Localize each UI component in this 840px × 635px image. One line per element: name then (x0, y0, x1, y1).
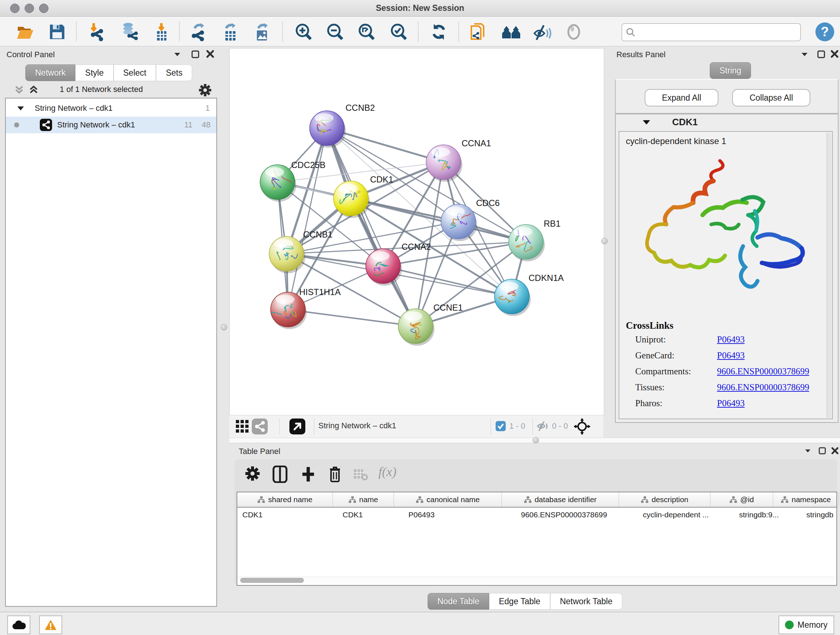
table-cell[interactable]: cyclin-dependent ... (638, 508, 734, 522)
table-cell[interactable]: P06493 (403, 508, 516, 522)
show-all-eye-icon[interactable] (564, 22, 583, 41)
table-panel-float-icon[interactable] (818, 447, 826, 455)
tab-sets[interactable]: Sets (156, 65, 192, 81)
save-session-icon[interactable] (48, 22, 66, 41)
collapse-all-button[interactable]: Collapse All (732, 89, 810, 106)
left-splitter-grip[interactable] (221, 324, 227, 331)
network-options-gear-icon[interactable] (198, 83, 212, 97)
table-panel-close-icon[interactable] (831, 447, 839, 455)
open-in-window-icon[interactable] (289, 418, 305, 434)
import-table-icon[interactable] (152, 22, 171, 41)
network-row[interactable]: String Network – cdk1 11 48 (6, 117, 216, 133)
table-row[interactable]: CDK1CDK1P064939606.ENSP00000378699cyclin… (237, 508, 836, 522)
control-panel-menu-icon[interactable] (173, 51, 182, 58)
search-input[interactable] (635, 25, 800, 40)
column-header-namespace[interactable]: namespace (773, 492, 839, 507)
network-edge[interactable] (351, 198, 526, 242)
open-session-icon[interactable] (16, 22, 35, 41)
cloud-button[interactable] (7, 616, 30, 634)
table-cell[interactable]: 9606.ENSP00000378699 (516, 508, 638, 522)
hide-selected-eye-icon[interactable] (533, 22, 552, 41)
zoom-fit-icon[interactable] (357, 22, 376, 41)
network-collection-row[interactable]: String Network – cdk1 1 (6, 100, 216, 117)
fit-selected-crosshair-icon[interactable] (574, 418, 591, 435)
export-network-icon[interactable] (189, 22, 208, 41)
warning-icon (44, 619, 57, 631)
table-horizontal-scrollbar[interactable] (238, 577, 834, 584)
search-field[interactable] (622, 23, 801, 41)
control-panel-close-icon[interactable] (205, 49, 215, 59)
expand-all-button[interactable]: Expand All (645, 89, 718, 106)
zoom-out-icon[interactable] (326, 22, 345, 41)
column-header-database-identifier[interactable]: database identifier (502, 492, 619, 507)
column-header-shared-name[interactable]: shared name (237, 492, 333, 507)
protein-header-row[interactable]: CDK1 (616, 114, 838, 130)
delete-column-trash-icon[interactable] (328, 466, 342, 483)
string-share-icon[interactable] (252, 418, 268, 434)
results-panel-close-icon[interactable] (830, 49, 839, 59)
collection-expand-icon[interactable] (17, 105, 25, 111)
create-column-plus-icon[interactable] (300, 466, 316, 483)
tab-string[interactable]: String (710, 62, 751, 79)
export-table-icon[interactable] (221, 22, 240, 41)
column-header-canonical-name[interactable]: canonical name (394, 492, 502, 507)
zoom-in-icon[interactable] (294, 22, 313, 41)
show-columns-icon[interactable] (272, 466, 288, 483)
network-node-CDKN1A[interactable]: CDKN1A (494, 273, 564, 316)
column-header-@id[interactable]: @id (711, 492, 773, 507)
memory-button[interactable]: Memory (778, 616, 834, 634)
horizontal-splitter[interactable] (229, 438, 840, 443)
table-cell[interactable]: stringdb:9... (734, 508, 801, 522)
crosslink-link[interactable]: P06493 (717, 398, 745, 409)
tab-style[interactable]: Style (75, 65, 113, 81)
hidden-count: 0 - 0 (552, 421, 568, 431)
horizontal-splitter-grip[interactable] (532, 437, 539, 443)
column-header-name[interactable]: name (333, 492, 394, 507)
collapse-section-icon[interactable] (642, 119, 651, 126)
share-document-icon[interactable] (469, 22, 488, 41)
scrollbar-thumb[interactable] (240, 578, 304, 583)
table-panel-menu-icon[interactable] (804, 448, 812, 454)
import-network-database-icon[interactable] (119, 22, 138, 41)
control-panel-float-icon[interactable] (191, 50, 200, 59)
export-image-icon[interactable] (253, 22, 271, 41)
import-network-icon[interactable] (88, 22, 107, 41)
network-canvas[interactable]: CCNB2CCNA1CDC25BCDK1CDC6RB1CCNB1CCNA2CDK… (229, 48, 604, 415)
node-label-CCNB2: CCNB2 (346, 103, 375, 112)
warning-button[interactable] (39, 616, 62, 634)
column-header-description[interactable]: description (619, 492, 711, 507)
network-edge[interactable] (288, 310, 416, 326)
help-icon[interactable]: ? (815, 22, 834, 41)
network-node-CCNA1[interactable]: CCNA1 (426, 138, 491, 182)
network-edge[interactable] (288, 128, 327, 310)
crosslink-link[interactable]: P06493 (717, 334, 745, 345)
tab-select[interactable]: Select (114, 65, 156, 81)
table-options-gear-icon[interactable] (245, 466, 261, 481)
results-panel-menu-icon[interactable] (800, 51, 809, 58)
right-splitter-grip[interactable] (601, 238, 608, 244)
tab-edge-table[interactable]: Edge Table (489, 593, 550, 610)
selected-checkbox-icon[interactable] (496, 421, 506, 431)
table-cell[interactable]: CDK1 (338, 508, 403, 522)
network-node-CCNB2[interactable]: CCNB2 (309, 103, 375, 148)
table-cell[interactable]: stringdb (801, 508, 840, 522)
tab-network-table[interactable]: Network Table (550, 593, 622, 610)
table-cell[interactable]: CDK1 (237, 508, 338, 522)
results-panel-float-icon[interactable] (817, 50, 826, 59)
zoom-selected-icon[interactable] (390, 22, 409, 41)
home-icon[interactable] (501, 22, 520, 41)
tab-node-table[interactable]: Node Table (428, 593, 489, 610)
current-network-name: String Network – cdk1 (318, 421, 396, 431)
tab-network[interactable]: Network (25, 65, 75, 81)
cytoscape-window: Session: New Session (0, 0, 840, 635)
network-node-RB1[interactable]: RB1 (508, 219, 561, 261)
crosslink-link[interactable]: P06493 (717, 350, 745, 361)
network-label: String Network – cdk1 (57, 120, 135, 130)
results-scrollbar[interactable] (827, 133, 831, 418)
refresh-icon[interactable] (429, 22, 448, 41)
network-node-HIST1H1A[interactable]: HIST1H1A (271, 287, 341, 329)
crosslink-link[interactable]: 9606.ENSP00000378699 (717, 382, 809, 393)
network-node-CDC6[interactable]: CDC6 (441, 198, 500, 241)
birds-eye-grid-icon[interactable] (234, 418, 250, 434)
crosslink-link[interactable]: 9606.ENSP00000378699 (717, 366, 809, 377)
